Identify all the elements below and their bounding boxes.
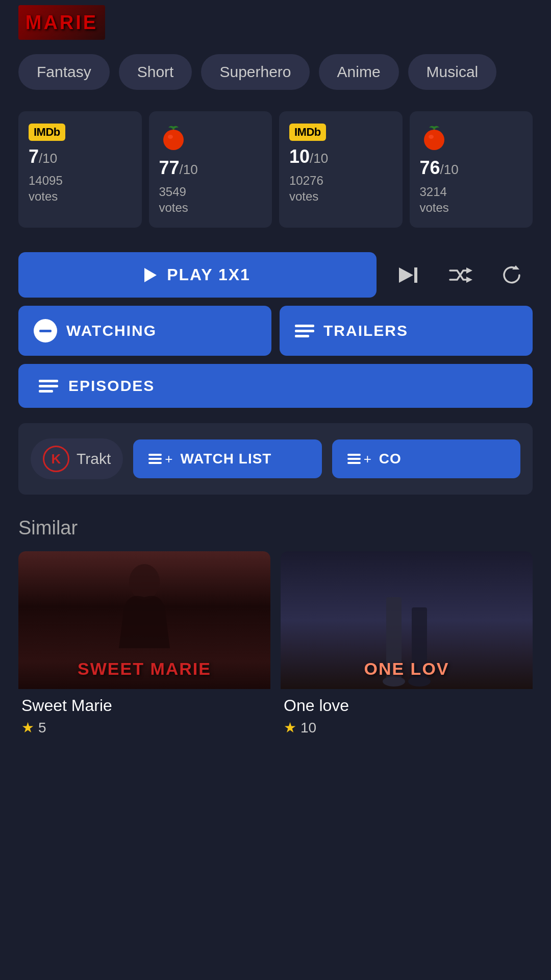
sweet-marie-rating: ★ 5 <box>21 719 267 736</box>
svg-point-1 <box>168 135 173 139</box>
watchlist-button[interactable]: + WATCH LIST <box>133 439 321 478</box>
one-love-star: ★ <box>284 719 296 736</box>
skip-next-button[interactable] <box>387 254 429 296</box>
similar-section: Similar SWEET MARIE Sweet Marie ★ 5 <box>0 507 551 764</box>
rating-card-imdb-2: IMDb 10/10 10276votes <box>279 111 403 228</box>
rating-denom-2: /10 <box>310 151 328 166</box>
rating-votes-2: 10276votes <box>289 173 323 204</box>
one-love-score: 10 <box>300 720 316 736</box>
reload-button[interactable] <box>491 254 533 296</box>
rating-score-2: 10/10 <box>289 146 328 167</box>
one-love-info: One love ★ 10 <box>281 689 533 743</box>
episodes-lines-icon <box>39 380 58 393</box>
imdb-badge-1: IMDb <box>29 124 65 141</box>
collection-label: CO <box>379 451 402 467</box>
genre-tag-musical[interactable]: Musical <box>408 54 497 90</box>
similar-grid: SWEET MARIE Sweet Marie ★ 5 ONE <box>18 551 533 743</box>
svg-marker-4 <box>399 267 413 283</box>
rating-score-tomato-1: 77/10 <box>159 157 198 179</box>
svg-marker-7 <box>466 277 472 283</box>
sweet-marie-title: Sweet Marie <box>21 696 267 715</box>
collection-icon: + <box>347 451 372 467</box>
trailers-label: TRAILERS <box>323 322 408 339</box>
trakt-badge[interactable]: K Trakt <box>31 438 123 479</box>
reload-icon <box>499 262 524 288</box>
svg-point-3 <box>429 135 434 139</box>
rating-card-tomato-1: 77/10 3549votes <box>149 111 272 228</box>
watching-trailers-row: WATCHING TRAILERS <box>18 306 533 356</box>
similar-card-one-love[interactable]: ONE LOV One love ★ 10 <box>281 551 533 743</box>
rating-denom-t2: /10 <box>440 162 459 177</box>
genre-row: Fantasy Short Superhero Anime Musical <box>0 40 551 104</box>
genre-tag-anime[interactable]: Anime <box>319 54 399 90</box>
trakt-section: K Trakt + WATCH LIST + CO <box>18 423 533 495</box>
similar-title: Similar <box>18 517 533 539</box>
watchlist-label: WATCH LIST <box>180 451 271 467</box>
actions-section: PLAY 1X1 WATCHING <box>0 242 551 418</box>
rating-denom-t1: /10 <box>180 162 198 177</box>
hero-poster: MARIE <box>18 5 105 40</box>
rating-score-tomato-2: 76/10 <box>420 157 459 179</box>
imdb-logo-1: IMDb <box>34 126 60 139</box>
play-button[interactable]: PLAY 1X1 <box>18 252 377 298</box>
svg-point-0 <box>163 130 184 150</box>
sweet-marie-score: 5 <box>38 720 46 736</box>
svg-point-9 <box>129 564 160 600</box>
watching-button[interactable]: WATCHING <box>18 306 271 356</box>
one-love-title: One love <box>284 696 530 715</box>
episodes-button[interactable]: EPISODES <box>18 364 533 408</box>
trakt-label: Trakt <box>77 450 111 468</box>
sweet-marie-overlay: SWEET MARIE <box>18 659 270 679</box>
trakt-icon: K <box>43 446 69 472</box>
episodes-label: EPISODES <box>68 377 155 395</box>
svg-rect-5 <box>414 267 417 283</box>
collection-button[interactable]: + CO <box>332 439 520 478</box>
tomato-icon-2 <box>420 124 448 152</box>
play-row: PLAY 1X1 <box>18 252 533 298</box>
trakt-k-letter: K <box>52 451 61 467</box>
shuffle-button[interactable] <box>439 254 481 296</box>
hero-title: MARIE <box>26 12 98 34</box>
play-label: PLAY 1X1 <box>167 265 251 284</box>
genre-tag-fantasy[interactable]: Fantasy <box>18 54 110 90</box>
genre-tag-superhero[interactable]: Superhero <box>201 54 309 90</box>
watching-label: WATCHING <box>66 322 157 339</box>
svg-marker-6 <box>466 267 472 274</box>
trailers-lines-icon <box>295 325 314 337</box>
rating-votes-tomato-1: 3549votes <box>159 184 188 215</box>
minus-icon <box>34 319 57 342</box>
one-love-thumb: ONE LOV <box>281 551 533 689</box>
rating-votes-tomato-2: 3214votes <box>420 184 449 215</box>
rating-votes-1: 14095votes <box>29 173 63 204</box>
watchlist-icon: + <box>148 451 173 467</box>
one-love-rating: ★ 10 <box>284 719 530 736</box>
genre-tag-short[interactable]: Short <box>119 54 192 90</box>
similar-card-sweet-marie[interactable]: SWEET MARIE Sweet Marie ★ 5 <box>18 551 270 743</box>
ratings-row: IMDb 7/10 14095votes 77/10 3549votes IMD… <box>0 104 551 242</box>
svg-point-2 <box>424 130 444 150</box>
tomato-icon-1 <box>159 124 188 152</box>
skip-next-icon <box>395 262 420 288</box>
sweet-marie-thumb: SWEET MARIE <box>18 551 270 689</box>
shuffle-icon <box>447 262 472 288</box>
imdb-badge-2: IMDb <box>289 124 326 141</box>
rating-card-tomato-2: 76/10 3214votes <box>410 111 533 228</box>
rating-denom-1: /10 <box>39 151 57 166</box>
rating-card-imdb-1: IMDb 7/10 14095votes <box>18 111 142 228</box>
play-icon <box>144 268 157 282</box>
one-love-overlay: ONE LOV <box>281 659 533 679</box>
imdb-logo-2: IMDb <box>294 126 321 139</box>
sweet-marie-info: Sweet Marie ★ 5 <box>18 689 270 743</box>
rating-score-1: 7/10 <box>29 146 57 167</box>
sweet-marie-star: ★ <box>21 719 34 736</box>
hero-section: MARIE <box>0 0 551 40</box>
trailers-button[interactable]: TRAILERS <box>280 306 533 356</box>
